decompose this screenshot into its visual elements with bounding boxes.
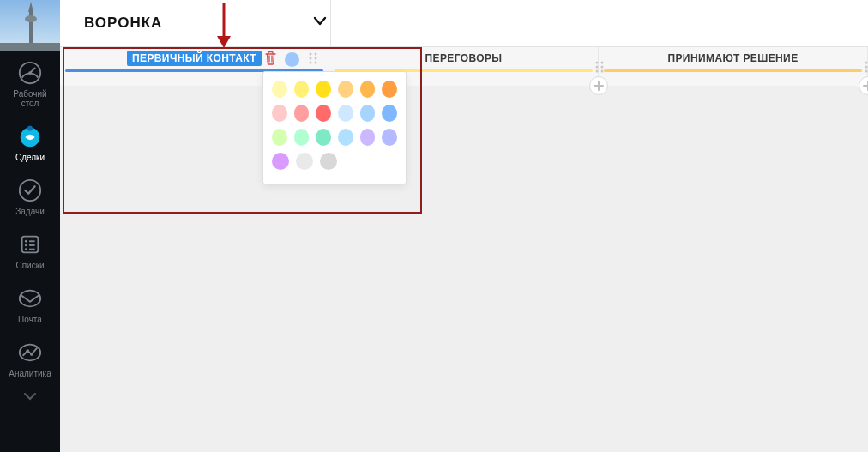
profile-avatar[interactable] [0,0,60,51]
sidebar-item-label: Сделки [15,153,45,162]
gauge-icon [17,60,43,86]
sidebar-item-label: Задачи [15,207,45,216]
header: ВОРОНКА [60,0,868,47]
svg-point-27 [596,61,599,63]
svg-point-35 [865,65,868,68]
stage-strip: ПЕРВИЧНЫЙ КОНТАКТПЕРЕГОВОРЫПРИНИМАЮТ РЕШ… [60,47,868,86]
color-swatch[interactable] [296,153,313,170]
sidebar-item-label: Рабочийстол [13,89,46,108]
sidebar-item-mail[interactable]: Почта [0,277,60,331]
svg-point-13 [25,244,27,247]
svg-point-29 [596,65,599,68]
mail-icon [17,286,43,311]
sidebar-item-analytics[interactable]: Аналитика [0,331,60,385]
svg-point-25 [310,61,312,63]
svg-point-24 [315,57,317,59]
svg-point-32 [601,69,604,72]
color-row [272,81,397,98]
tower-icon [0,0,60,51]
pipeline-title: ВОРОНКА [84,15,162,32]
color-swatch[interactable] [294,81,310,98]
delete-stage-button[interactable] [263,51,278,69]
drag-handle-icon[interactable] [593,60,606,74]
color-swatch[interactable] [360,129,376,146]
color-swatch[interactable] [338,81,353,98]
color-swatch[interactable] [272,153,289,170]
svg-point-37 [865,69,868,72]
color-swatch[interactable] [316,129,331,146]
color-swatch[interactable] [382,81,397,98]
chevron-down-icon [312,14,328,29]
color-swatch[interactable] [272,129,287,146]
color-picker-popover [262,71,407,184]
svg-point-23 [310,57,312,59]
svg-rect-8 [27,126,33,131]
check-circle-icon [17,178,43,203]
sidebar-item-tasks[interactable]: Задачи [0,169,60,223]
svg-rect-0 [0,43,60,51]
color-swatch[interactable] [272,81,287,98]
sidebar-item-label: Почта [18,315,42,324]
sidebar-item-dashboard[interactable]: Рабочийстол [0,51,60,115]
color-swatch[interactable] [338,129,353,146]
svg-point-15 [25,248,27,250]
analytics-icon [17,340,43,365]
color-swatch[interactable] [360,105,376,122]
sidebar-item-label: Аналитика [9,369,51,378]
main-area: ВОРОНКА ПЕРВИЧНЫЙ КОНТАКТПЕРЕГОВОРЫПРИНИ… [60,0,868,452]
color-swatch[interactable] [316,81,331,98]
add-stage-button[interactable] [589,76,608,95]
svg-point-17 [20,291,40,307]
deals-icon [17,124,43,149]
sidebar-item-label: Списки [15,261,44,270]
stage-name[interactable]: ПРИНИМАЮТ РЕШЕНИЕ [662,51,803,66]
color-row [272,153,397,170]
stage-current-color[interactable] [285,52,299,67]
sidebar-item-deals[interactable]: Сделки [0,115,60,169]
svg-point-21 [310,52,312,55]
sidebar-item-lists[interactable]: Списки [0,223,60,277]
stage-name[interactable]: ПЕРЕГОВОРЫ [419,51,507,66]
color-swatch[interactable] [320,153,337,170]
svg-point-20 [30,353,33,356]
stage-column: ПРИНИМАЮТ РЕШЕНИЕ [599,47,868,86]
drag-handle-icon[interactable] [306,51,320,69]
color-swatch[interactable] [360,81,376,98]
svg-point-26 [315,61,317,63]
stage-edit-tools [263,51,320,69]
svg-point-19 [26,349,29,353]
sidebar: Рабочийстол Сделки Задачи Списки Почта [0,0,60,452]
canvas [60,47,868,452]
svg-marker-2 [28,2,33,12]
color-row [272,129,397,146]
list-icon [17,232,43,257]
svg-rect-1 [29,9,33,43]
stage-name[interactable]: ПЕРВИЧНЫЙ КОНТАКТ [127,51,262,66]
pipeline-switcher[interactable] [312,14,328,33]
drag-handle-icon[interactable] [862,60,868,74]
svg-point-3 [25,15,37,22]
color-swatch[interactable] [294,129,310,146]
color-swatch[interactable] [316,105,331,122]
divider [330,0,331,47]
svg-point-11 [25,240,27,243]
svg-point-30 [601,65,604,68]
color-swatch[interactable] [294,105,310,122]
color-swatch[interactable] [338,105,353,122]
color-swatch[interactable] [382,129,397,146]
stage-color-bar [604,69,862,72]
color-swatch[interactable] [272,105,287,122]
svg-point-33 [865,61,868,63]
sidebar-expand-toggle[interactable] [22,389,38,407]
svg-point-28 [601,61,604,63]
svg-point-22 [315,52,317,55]
svg-point-6 [28,71,32,75]
color-row [272,105,397,122]
svg-point-31 [596,69,599,72]
chevron-down-icon [22,389,38,404]
color-swatch[interactable] [382,105,397,122]
